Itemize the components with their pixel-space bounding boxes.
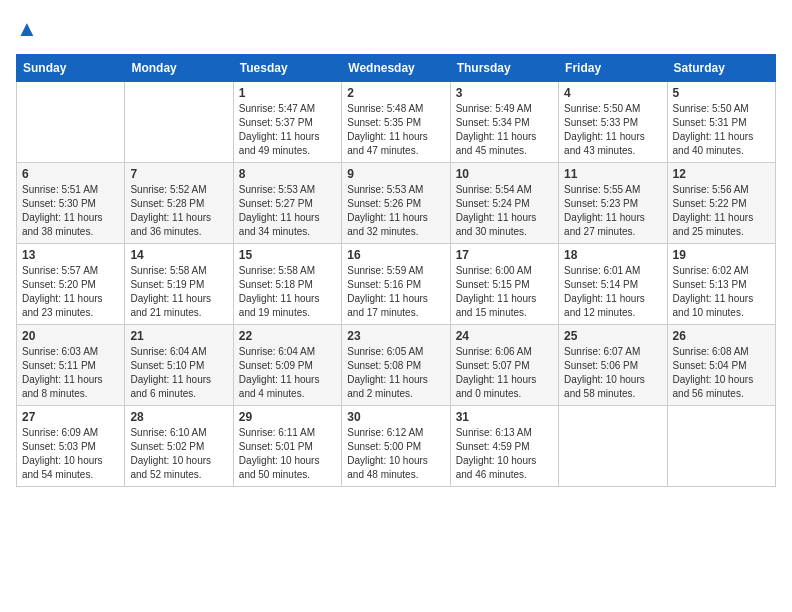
day-number: 21	[130, 329, 227, 343]
calendar-week-row: 13Sunrise: 5:57 AM Sunset: 5:20 PM Dayli…	[17, 244, 776, 325]
calendar-cell: 2Sunrise: 5:48 AM Sunset: 5:35 PM Daylig…	[342, 82, 450, 163]
day-number: 15	[239, 248, 336, 262]
day-number: 26	[673, 329, 770, 343]
day-info: Sunrise: 5:48 AM Sunset: 5:35 PM Dayligh…	[347, 102, 444, 158]
day-info: Sunrise: 6:13 AM Sunset: 4:59 PM Dayligh…	[456, 426, 553, 482]
day-number: 9	[347, 167, 444, 181]
day-info: Sunrise: 6:10 AM Sunset: 5:02 PM Dayligh…	[130, 426, 227, 482]
day-number: 18	[564, 248, 661, 262]
day-info: Sunrise: 5:50 AM Sunset: 5:33 PM Dayligh…	[564, 102, 661, 158]
calendar-cell: 16Sunrise: 5:59 AM Sunset: 5:16 PM Dayli…	[342, 244, 450, 325]
day-number: 31	[456, 410, 553, 424]
day-info: Sunrise: 5:57 AM Sunset: 5:20 PM Dayligh…	[22, 264, 119, 320]
calendar-cell: 18Sunrise: 6:01 AM Sunset: 5:14 PM Dayli…	[559, 244, 667, 325]
calendar-table: SundayMondayTuesdayWednesdayThursdayFrid…	[16, 54, 776, 487]
calendar-week-row: 20Sunrise: 6:03 AM Sunset: 5:11 PM Dayli…	[17, 325, 776, 406]
day-number: 19	[673, 248, 770, 262]
calendar-cell: 25Sunrise: 6:07 AM Sunset: 5:06 PM Dayli…	[559, 325, 667, 406]
day-number: 10	[456, 167, 553, 181]
calendar-cell: 19Sunrise: 6:02 AM Sunset: 5:13 PM Dayli…	[667, 244, 775, 325]
calendar-cell: 12Sunrise: 5:56 AM Sunset: 5:22 PM Dayli…	[667, 163, 775, 244]
calendar-cell: 30Sunrise: 6:12 AM Sunset: 5:00 PM Dayli…	[342, 406, 450, 487]
page-header: ▲	[16, 16, 776, 42]
calendar-cell: 20Sunrise: 6:03 AM Sunset: 5:11 PM Dayli…	[17, 325, 125, 406]
day-info: Sunrise: 6:02 AM Sunset: 5:13 PM Dayligh…	[673, 264, 770, 320]
day-info: Sunrise: 6:06 AM Sunset: 5:07 PM Dayligh…	[456, 345, 553, 401]
day-info: Sunrise: 6:04 AM Sunset: 5:10 PM Dayligh…	[130, 345, 227, 401]
calendar-week-row: 6Sunrise: 5:51 AM Sunset: 5:30 PM Daylig…	[17, 163, 776, 244]
day-info: Sunrise: 6:08 AM Sunset: 5:04 PM Dayligh…	[673, 345, 770, 401]
day-info: Sunrise: 6:04 AM Sunset: 5:09 PM Dayligh…	[239, 345, 336, 401]
calendar-cell: 29Sunrise: 6:11 AM Sunset: 5:01 PM Dayli…	[233, 406, 341, 487]
logo-icon: ▲	[16, 16, 38, 42]
weekday-header: Sunday	[17, 55, 125, 82]
calendar-cell	[125, 82, 233, 163]
calendar-cell	[667, 406, 775, 487]
calendar-cell: 27Sunrise: 6:09 AM Sunset: 5:03 PM Dayli…	[17, 406, 125, 487]
calendar-cell: 9Sunrise: 5:53 AM Sunset: 5:26 PM Daylig…	[342, 163, 450, 244]
weekday-header: Thursday	[450, 55, 558, 82]
calendar-cell: 22Sunrise: 6:04 AM Sunset: 5:09 PM Dayli…	[233, 325, 341, 406]
calendar-cell: 17Sunrise: 6:00 AM Sunset: 5:15 PM Dayli…	[450, 244, 558, 325]
calendar-cell	[17, 82, 125, 163]
day-number: 11	[564, 167, 661, 181]
day-info: Sunrise: 5:50 AM Sunset: 5:31 PM Dayligh…	[673, 102, 770, 158]
calendar-cell: 31Sunrise: 6:13 AM Sunset: 4:59 PM Dayli…	[450, 406, 558, 487]
day-number: 25	[564, 329, 661, 343]
day-number: 23	[347, 329, 444, 343]
calendar-cell: 23Sunrise: 6:05 AM Sunset: 5:08 PM Dayli…	[342, 325, 450, 406]
calendar-cell: 1Sunrise: 5:47 AM Sunset: 5:37 PM Daylig…	[233, 82, 341, 163]
calendar-header-row: SundayMondayTuesdayWednesdayThursdayFrid…	[17, 55, 776, 82]
weekday-header: Tuesday	[233, 55, 341, 82]
day-info: Sunrise: 6:11 AM Sunset: 5:01 PM Dayligh…	[239, 426, 336, 482]
day-number: 5	[673, 86, 770, 100]
calendar-cell: 7Sunrise: 5:52 AM Sunset: 5:28 PM Daylig…	[125, 163, 233, 244]
day-info: Sunrise: 5:51 AM Sunset: 5:30 PM Dayligh…	[22, 183, 119, 239]
calendar-cell: 13Sunrise: 5:57 AM Sunset: 5:20 PM Dayli…	[17, 244, 125, 325]
weekday-header: Saturday	[667, 55, 775, 82]
day-info: Sunrise: 5:52 AM Sunset: 5:28 PM Dayligh…	[130, 183, 227, 239]
calendar-cell: 6Sunrise: 5:51 AM Sunset: 5:30 PM Daylig…	[17, 163, 125, 244]
calendar-cell: 4Sunrise: 5:50 AM Sunset: 5:33 PM Daylig…	[559, 82, 667, 163]
weekday-header: Monday	[125, 55, 233, 82]
day-number: 3	[456, 86, 553, 100]
day-info: Sunrise: 5:49 AM Sunset: 5:34 PM Dayligh…	[456, 102, 553, 158]
calendar-cell: 10Sunrise: 5:54 AM Sunset: 5:24 PM Dayli…	[450, 163, 558, 244]
day-info: Sunrise: 5:54 AM Sunset: 5:24 PM Dayligh…	[456, 183, 553, 239]
calendar-cell: 24Sunrise: 6:06 AM Sunset: 5:07 PM Dayli…	[450, 325, 558, 406]
calendar-cell: 15Sunrise: 5:58 AM Sunset: 5:18 PM Dayli…	[233, 244, 341, 325]
calendar-cell: 14Sunrise: 5:58 AM Sunset: 5:19 PM Dayli…	[125, 244, 233, 325]
calendar-week-row: 1Sunrise: 5:47 AM Sunset: 5:37 PM Daylig…	[17, 82, 776, 163]
day-info: Sunrise: 5:58 AM Sunset: 5:18 PM Dayligh…	[239, 264, 336, 320]
day-number: 14	[130, 248, 227, 262]
day-info: Sunrise: 6:07 AM Sunset: 5:06 PM Dayligh…	[564, 345, 661, 401]
day-info: Sunrise: 6:01 AM Sunset: 5:14 PM Dayligh…	[564, 264, 661, 320]
logo: ▲	[16, 16, 38, 42]
calendar-cell: 11Sunrise: 5:55 AM Sunset: 5:23 PM Dayli…	[559, 163, 667, 244]
calendar-cell: 21Sunrise: 6:04 AM Sunset: 5:10 PM Dayli…	[125, 325, 233, 406]
day-number: 13	[22, 248, 119, 262]
day-number: 20	[22, 329, 119, 343]
calendar-cell: 3Sunrise: 5:49 AM Sunset: 5:34 PM Daylig…	[450, 82, 558, 163]
day-info: Sunrise: 5:56 AM Sunset: 5:22 PM Dayligh…	[673, 183, 770, 239]
day-number: 7	[130, 167, 227, 181]
day-number: 27	[22, 410, 119, 424]
day-info: Sunrise: 5:59 AM Sunset: 5:16 PM Dayligh…	[347, 264, 444, 320]
calendar-cell: 28Sunrise: 6:10 AM Sunset: 5:02 PM Dayli…	[125, 406, 233, 487]
day-info: Sunrise: 6:09 AM Sunset: 5:03 PM Dayligh…	[22, 426, 119, 482]
day-number: 29	[239, 410, 336, 424]
day-number: 2	[347, 86, 444, 100]
day-number: 16	[347, 248, 444, 262]
weekday-header: Friday	[559, 55, 667, 82]
calendar-cell: 26Sunrise: 6:08 AM Sunset: 5:04 PM Dayli…	[667, 325, 775, 406]
day-info: Sunrise: 5:47 AM Sunset: 5:37 PM Dayligh…	[239, 102, 336, 158]
day-info: Sunrise: 6:12 AM Sunset: 5:00 PM Dayligh…	[347, 426, 444, 482]
day-number: 6	[22, 167, 119, 181]
calendar-cell	[559, 406, 667, 487]
day-number: 30	[347, 410, 444, 424]
day-info: Sunrise: 6:00 AM Sunset: 5:15 PM Dayligh…	[456, 264, 553, 320]
calendar-cell: 5Sunrise: 5:50 AM Sunset: 5:31 PM Daylig…	[667, 82, 775, 163]
day-info: Sunrise: 5:55 AM Sunset: 5:23 PM Dayligh…	[564, 183, 661, 239]
day-number: 12	[673, 167, 770, 181]
day-info: Sunrise: 5:53 AM Sunset: 5:27 PM Dayligh…	[239, 183, 336, 239]
